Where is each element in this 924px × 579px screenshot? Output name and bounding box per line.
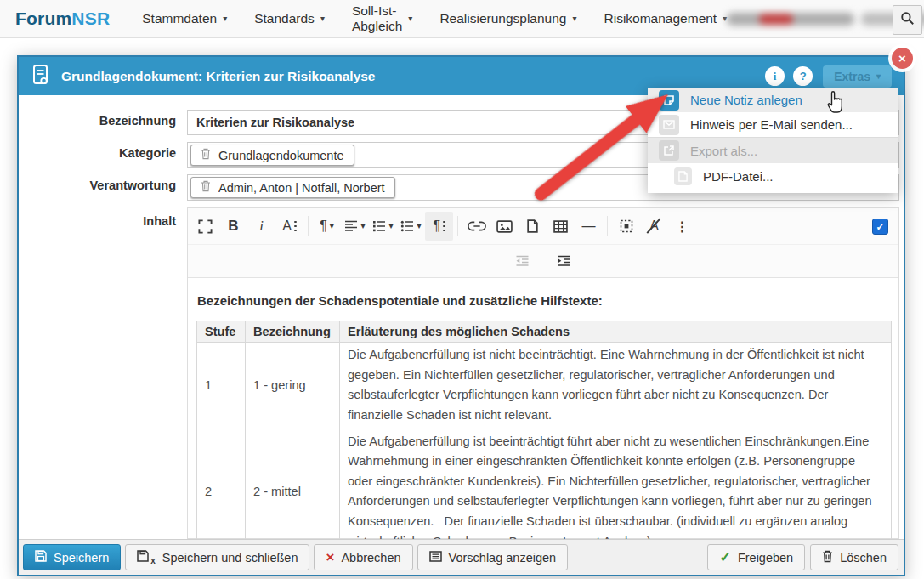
insert-link-icon[interactable] [462,212,490,241]
save-floppy-icon [35,550,47,565]
menu-soll-ist-abgleich[interactable]: Soll-Ist-Abgleich▾ [352,3,412,34]
cell-erlaeuterung: Die Aufgabenerfüllung ist beeinträchtigt… [340,429,892,539]
search-button[interactable] [893,5,922,35]
paragraph-glyph: ¶ [320,219,327,234]
align-icon[interactable]: ▾ [341,212,369,241]
info-icon: i [774,70,777,83]
editor-toolbar-row2 [188,245,898,278]
close-dialog-button[interactable]: × [892,48,913,69]
select-all-icon[interactable] [612,212,640,241]
cell-bezeichnung: 2 - mittel [246,429,340,539]
horizontal-line-icon[interactable]: — [575,212,603,241]
italic-icon[interactable]: i [247,212,275,241]
indent-icon[interactable] [550,247,578,275]
menu-item-export-als[interactable]: Export als... [648,137,898,163]
search-icon [900,11,915,29]
col-header-stufe: Stufe [197,321,246,343]
kategorie-tag[interactable]: Grundlagendokumente [190,145,354,166]
menu-risikomanagement[interactable]: Risikomanagement▾ [604,3,728,34]
paragraph-format-icon[interactable]: ¶▾ [313,212,341,241]
show-proposal-button[interactable]: Vorschlag anzeigen [417,544,569,570]
cell-stufe: 1 [197,343,246,429]
save-and-close-button[interactable]: x Speichern und schließen [125,544,309,570]
text-options-icon[interactable]: A [275,212,303,241]
verantwortung-tag-label: Admin, Anton | Notfall, Norbert [218,181,385,195]
top-navigation-bar: ForumNSR Stammdaten▾ Standards▾ Soll-Ist… [0,0,924,38]
delete-button[interactable]: Löschen [810,544,898,570]
letter-a-glyph: A [649,219,659,234]
chevron-down-icon: ▾ [876,72,881,81]
verantwortung-tag[interactable]: Admin, Anton | Notfall, Norbert [190,177,395,198]
insert-file-icon[interactable] [519,212,547,241]
redacted-user-name [727,13,854,26]
more-options-icon[interactable]: ⋮ [668,212,696,241]
cancel-label: Abbrechen [341,551,400,565]
chevron-down-icon: ▾ [417,222,421,230]
menu-item-neue-notiz[interactable]: Neue Notiz anlegen [648,88,898,112]
save-close-floppy-icon [137,550,149,565]
italic-glyph: i [259,218,264,235]
ordered-list-icon[interactable]: ▾ [369,212,397,241]
menu-standards[interactable]: Standards▾ [254,3,325,34]
cell-bezeichnung: 1 - gering [246,343,340,429]
help-button[interactable]: ? [793,66,813,86]
question-icon: ? [800,70,807,82]
menu-label: Risikomanagement [604,11,717,26]
bezeichnung-label: Bezeichnung [19,114,176,128]
release-label: Freigeben [738,551,793,565]
main-menu: Stammdaten▾ Standards▾ Soll-Ist-Abgleich… [142,3,727,34]
chevron-down-icon: ▾ [223,14,227,23]
verantwortung-label: Verantwortung [19,179,176,192]
editor-content-area[interactable]: Bezeichnungen der Schadenspotentiale und… [188,278,898,539]
list-icon [429,551,442,565]
save-label: Speichern [54,551,109,565]
toolbar-separator [457,216,458,236]
text-part1: Die Aufgabenerfüllung ist beeinträchtigt… [348,434,876,539]
menu-label: Realisierungsplanung [439,11,566,26]
insert-image-icon[interactable] [490,212,519,241]
menu-label: Soll-Ist-Abgleich [352,3,402,34]
menu-item-pdf-datei[interactable]: PDF-Datei... [648,163,898,190]
header-actions: i ? Extras ▾ [757,65,892,88]
cell-stufe: 2 [197,429,246,539]
logo-part2: NSR [71,9,110,28]
chevron-down-icon: ▾ [388,222,393,230]
letter-a-glyph: A [282,219,292,234]
chevron-down-icon: ▾ [360,222,365,230]
paragraph-style-icon[interactable]: ¶ [425,212,453,241]
menu-item-label: PDF-Datei... [703,169,774,184]
col-header-bezeichnung: Bezeichnung [246,321,340,343]
cell-erlaeuterung: Die Aufgabenerfüllung ist nicht beeinträ… [340,343,892,429]
menu-stammdaten[interactable]: Stammdaten▾ [142,3,227,34]
app-window: ForumNSR Stammdaten▾ Standards▾ Soll-Ist… [0,0,924,579]
show-proposal-label: Vorschlag anzeigen [449,551,557,565]
trash-icon [201,148,211,162]
chevron-down-icon: ▾ [572,14,576,23]
app-logo[interactable]: ForumNSR [15,9,110,29]
info-button[interactable]: i [765,66,785,86]
extras-button[interactable]: Extras ▾ [823,65,892,88]
schadenspotentiale-table: Stufe Bezeichnung Erläuterung des möglic… [196,321,892,539]
misspelled-word: Impact [563,535,600,539]
editor-checkbox[interactable]: ✓ [872,219,888,235]
unordered-list-icon[interactable]: ▾ [397,212,425,241]
save-and-close-label: Speichern und schließen [162,551,298,565]
fullscreen-icon[interactable] [191,212,219,241]
content-heading: Bezeichnungen der Schadenspotentiale und… [197,293,890,308]
clear-formatting-icon[interactable]: A [640,212,668,241]
bold-icon[interactable]: B [219,212,247,241]
insert-table-icon[interactable] [547,212,575,241]
green-check-icon: ✓ [719,551,730,565]
dialog-title: Grundlagendokument: Kriterien zur Risiko… [61,69,376,84]
save-button[interactable]: Speichern [23,544,121,570]
menu-item-hinweis-email[interactable]: Hinweis per E-Mail senden... [648,112,898,137]
logo-part1: Forum [15,9,71,28]
document-scroll-icon [31,64,51,89]
paragraph-glyph: ¶ [433,219,440,234]
col-header-erlaeuterung: Erläuterung des möglichen Schadens [340,321,892,343]
release-button[interactable]: ✓ Freigeben [707,544,805,570]
cancel-button[interactable]: × Abbrechen [314,544,412,570]
kategorie-label: Kategorie [19,146,176,160]
menu-realisierungsplanung[interactable]: Realisierungsplanung▾ [439,3,576,34]
outdent-icon[interactable] [508,247,536,275]
